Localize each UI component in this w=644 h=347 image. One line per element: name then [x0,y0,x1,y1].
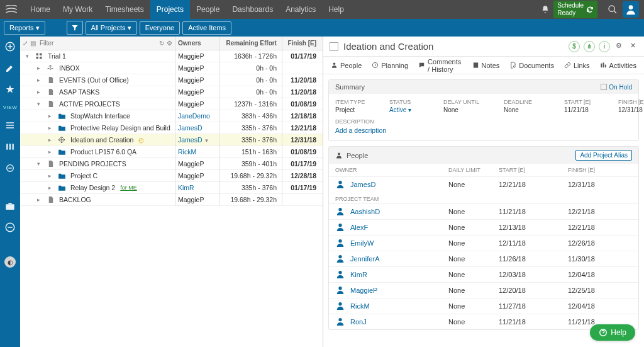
detail-tab-people[interactable]: People [331,62,362,69]
detail-tab-links[interactable]: Links [564,62,590,69]
settings-icon[interactable]: ⚙ [614,41,624,51]
tree-owner[interactable]: KimR [175,182,219,194]
expand-icon[interactable]: ▸ [35,196,42,203]
info-icon[interactable]: i [599,41,610,52]
nav-dashboards[interactable]: Dashboards [226,0,279,19]
tree-filter-input[interactable] [38,40,157,47]
expand-icon[interactable]: ▸ [35,89,42,95]
rail-edit-icon[interactable] [4,62,16,74]
tree-row[interactable]: ▸ ASAP TASKS MaggieP 0h - 0h 11/20/18 [20,86,323,98]
rail-add-icon[interactable] [4,40,16,53]
tree-owner[interactable]: MaggieP [175,62,219,74]
tree-owner[interactable]: JamesD [175,122,219,134]
expand-icon[interactable]: ▾ [35,161,42,167]
filter-chip[interactable]: Active Items [182,21,231,35]
team-row[interactable]: MaggieP None12/20/1812/25/18 [329,282,638,298]
tree-owner[interactable]: RickM [175,146,219,158]
tree-row[interactable]: ▾ Trial 1 MaggieP 1636h - 1726h 01/17/19 [20,50,323,62]
share-icon[interactable]: ⋔ [584,41,595,52]
rail-remove-icon[interactable] [4,221,16,234]
expand-icon[interactable]: ▸ [47,173,53,179]
tree-row[interactable]: ▸ Protective Relay Design and Build Jame… [20,122,323,134]
col-header-finish[interactable]: Finish [E] [282,37,323,50]
col-header-owners[interactable]: Owners [175,37,219,50]
tree-row[interactable]: ▸ Relay Design 2 for ME KimR 335h - 376h… [20,182,323,194]
rail-grid-icon[interactable] [4,162,16,174]
detail-tab-planning[interactable]: Planning [372,62,408,69]
tree-row[interactable]: ▸ Ideation and Creation ◴ JamesD ▼ 335h … [20,134,323,146]
expand-icon[interactable]: ▸ [47,125,53,131]
team-row[interactable]: JenniferA None11/26/1811/30/18 [329,251,638,266]
notifications-icon[interactable] [541,5,550,14]
team-row[interactable]: AlexF None12/13/1812/21/18 [329,219,638,235]
expand-icon[interactable]: ▸ [47,137,53,143]
tree-owner[interactable]: MaggieP [175,98,219,110]
filter-chip[interactable]: Everyone [140,21,180,35]
user-avatar[interactable] [623,1,639,18]
search-icon[interactable] [608,4,618,14]
tree-owner[interactable]: JaneDemo [175,110,219,122]
refresh-icon[interactable]: ↻ [159,40,164,47]
rail-columns-icon[interactable] [4,140,16,153]
rail-collapse-icon[interactable]: ◐ [4,256,16,268]
expand-icon[interactable]: ▸ [35,77,42,83]
tree-row[interactable]: ▸ BACKLOG MaggieP 19.68h - 29.32h [20,194,323,206]
status-value[interactable]: Active ▾ [389,106,440,113]
rail-star-icon[interactable] [4,83,16,96]
nav-help[interactable]: Help [322,0,350,19]
tree-row[interactable]: ▾ ACTIVE PROJECTS MaggieP 1237h - 1316h … [20,98,323,110]
onhold-toggle[interactable]: On Hold [601,84,632,91]
tree-owner[interactable]: MaggieP [175,50,219,62]
nav-my-work[interactable]: My Work [57,0,99,19]
filter-icon[interactable] [67,21,83,35]
add-project-alias-button[interactable]: Add Project Alias [575,150,632,161]
expand-icon[interactable]: ▸ [47,113,53,119]
nav-projects[interactable]: Projects [150,0,190,19]
expand-icon[interactable]: ▾ [24,53,30,59]
expand-icon[interactable]: ▸ [35,65,42,71]
people-owner-row[interactable]: JamesD None 12/21/18 12/31/18 [329,176,638,192]
tree-owner[interactable]: MaggieP [175,74,219,86]
col-header-effort[interactable]: Remaining Effort [219,37,282,50]
team-row[interactable]: KimR None12/03/1812/04/18 [329,266,638,282]
team-row[interactable]: AashishD None11/21/1812/21/18 [329,203,638,219]
cost-icon[interactable]: $ [569,41,580,52]
tree-menu-icon[interactable]: ▤ [30,40,36,47]
reports-button[interactable]: Reports ▾ [4,21,45,35]
nav-timesheets[interactable]: Timesheets [99,0,150,19]
expand-icon[interactable]: ▸ [47,185,53,191]
expand-icon[interactable]: ▸ [47,149,53,155]
nav-people[interactable]: People [190,0,226,19]
tree-owner[interactable]: MaggieP [175,170,219,182]
close-icon[interactable]: ✕ [628,41,638,51]
tree-row[interactable]: ▸ StopWatch Interface JaneDemo 383h - 43… [20,110,323,122]
expand-icon[interactable]: ▾ [35,101,42,107]
team-row[interactable]: RickM None11/27/1812/04/18 [329,298,638,314]
help-button[interactable]: Help [590,324,635,341]
team-row[interactable]: EmilyW None12/11/1812/26/18 [329,235,638,251]
nav-home[interactable]: Home [24,0,57,19]
schedule-status-badge[interactable]: Schedule Ready [553,1,597,18]
tree-owner[interactable]: JamesD ▼ [175,134,219,146]
nav-analytics[interactable]: Analytics [279,0,322,19]
tree-row[interactable]: ▸ INBOX MaggieP 0h - 0h [20,62,323,74]
rail-list-icon[interactable] [4,119,16,132]
gear-icon[interactable]: ⚙ [167,40,172,47]
filter-chip[interactable]: All Projects ▾ [86,21,137,35]
tree-row[interactable]: ▸ EVENTS (Out of Office) MaggieP 0h - 0h… [20,74,323,86]
expand-toggle-icon[interactable]: ⤢ [23,40,28,47]
tree-row[interactable]: ▸ Product LP157 6.0 QA RickM 151h - 163h… [20,146,323,158]
tree-row[interactable]: ▾ PENDING PROJECTS MaggieP 359h - 401h 0… [20,158,323,170]
tree-owner[interactable]: MaggieP [175,194,219,206]
complete-checkbox[interactable] [330,42,338,51]
tree-row[interactable]: ▸ Project C MaggieP 19.68h - 29.32h 12/2… [20,170,323,182]
app-logo-icon[interactable] [5,3,18,16]
detail-tab-activities[interactable]: Activities [600,62,636,69]
detail-tab-documents[interactable]: Documents [509,62,554,69]
project-tree[interactable]: ▾ Trial 1 MaggieP 1636h - 1726h 01/17/19… [20,50,323,347]
detail-tab-notes[interactable]: Notes [472,62,500,69]
rail-briefcase-icon[interactable] [4,200,16,212]
tree-owner[interactable]: MaggieP [175,158,219,170]
detail-tab-comments[interactable]: Comments / History [418,58,462,73]
tree-owner[interactable]: MaggieP [175,86,219,98]
